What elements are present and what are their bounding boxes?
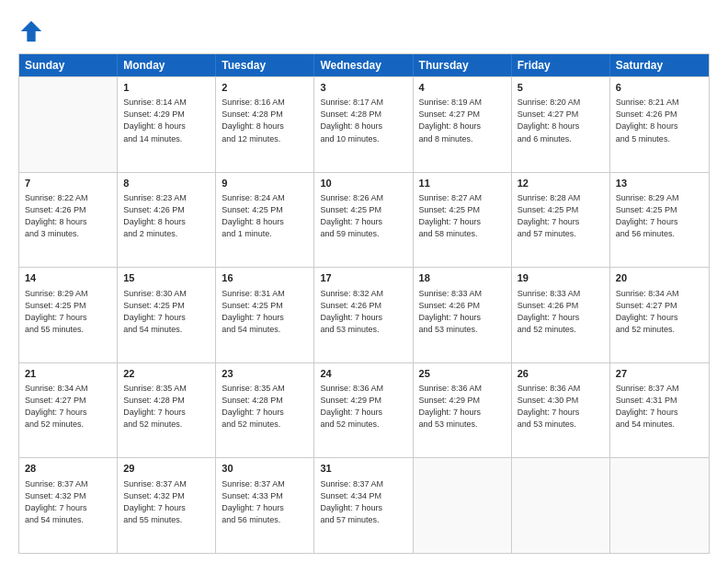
cell-info: Sunrise: 8:37 AMSunset: 4:31 PMDaylight:…	[616, 383, 703, 431]
week-row-5: 28Sunrise: 8:37 AMSunset: 4:32 PMDayligh…	[19, 457, 709, 553]
day-number: 6	[616, 81, 703, 95]
cal-cell-w3-d2: 15Sunrise: 8:30 AMSunset: 4:25 PMDayligh…	[118, 268, 216, 362]
cell-info: Sunrise: 8:35 AMSunset: 4:28 PMDaylight:…	[222, 383, 308, 431]
week-row-4: 21Sunrise: 8:34 AMSunset: 4:27 PMDayligh…	[19, 362, 709, 458]
day-number: 10	[320, 177, 406, 190]
cell-info: Sunrise: 8:33 AMSunset: 4:26 PMDaylight:…	[419, 288, 506, 336]
cell-info: Sunrise: 8:16 AMSunset: 4:28 PMDaylight:…	[222, 97, 308, 144]
cal-cell-w2-d5: 11Sunrise: 8:27 AMSunset: 4:25 PMDayligh…	[414, 173, 512, 268]
day-number: 15	[123, 271, 210, 285]
cal-cell-w2-d4: 10Sunrise: 8:26 AMSunset: 4:25 PMDayligh…	[314, 173, 413, 268]
cal-cell-w3-d5: 18Sunrise: 8:33 AMSunset: 4:26 PMDayligh…	[414, 268, 512, 362]
cal-cell-w5-d3: 30Sunrise: 8:37 AMSunset: 4:33 PMDayligh…	[216, 458, 314, 553]
day-number: 4	[419, 81, 506, 95]
cell-info: Sunrise: 8:24 AMSunset: 4:25 PMDaylight:…	[222, 192, 308, 240]
cell-info: Sunrise: 8:32 AMSunset: 4:26 PMDaylight:…	[320, 288, 406, 336]
cal-cell-w1-d6: 5Sunrise: 8:20 AMSunset: 4:27 PMDaylight…	[512, 77, 610, 172]
header	[18, 18, 710, 44]
day-number: 3	[320, 81, 406, 95]
cell-info: Sunrise: 8:27 AMSunset: 4:25 PMDaylight:…	[419, 192, 506, 240]
svg-marker-0	[21, 21, 41, 41]
day-number: 8	[123, 177, 210, 190]
day-number: 26	[518, 367, 604, 381]
cal-cell-w1-d5: 4Sunrise: 8:19 AMSunset: 4:27 PMDaylight…	[414, 77, 512, 172]
cell-info: Sunrise: 8:23 AMSunset: 4:26 PMDaylight:…	[123, 192, 210, 240]
day-number: 16	[222, 271, 308, 285]
header-day-saturday: Saturday	[610, 54, 709, 76]
cal-cell-w2-d7: 13Sunrise: 8:29 AMSunset: 4:25 PMDayligh…	[610, 173, 709, 268]
cal-cell-w5-d4: 31Sunrise: 8:37 AMSunset: 4:34 PMDayligh…	[314, 458, 413, 553]
day-number: 13	[616, 177, 703, 190]
cell-info: Sunrise: 8:34 AMSunset: 4:27 PMDaylight:…	[616, 288, 703, 336]
cell-info: Sunrise: 8:35 AMSunset: 4:28 PMDaylight:…	[123, 383, 210, 431]
cal-cell-w2-d1: 7Sunrise: 8:22 AMSunset: 4:26 PMDaylight…	[19, 173, 118, 268]
day-number: 11	[419, 177, 506, 190]
calendar-header: SundayMondayTuesdayWednesdayThursdayFrid…	[19, 54, 709, 76]
day-number: 5	[518, 81, 604, 95]
cal-cell-w4-d3: 23Sunrise: 8:35 AMSunset: 4:28 PMDayligh…	[216, 363, 314, 458]
day-number: 23	[222, 367, 308, 381]
cell-info: Sunrise: 8:29 AMSunset: 4:25 PMDaylight:…	[25, 288, 111, 336]
day-number: 31	[320, 462, 406, 476]
calendar-body: 1Sunrise: 8:14 AMSunset: 4:29 PMDaylight…	[19, 76, 709, 553]
cell-info: Sunrise: 8:19 AMSunset: 4:27 PMDaylight:…	[419, 97, 506, 144]
cell-info: Sunrise: 8:34 AMSunset: 4:27 PMDaylight:…	[25, 383, 111, 431]
day-number: 22	[123, 367, 210, 381]
cal-cell-w5-d5	[414, 458, 512, 553]
day-number: 14	[25, 271, 111, 285]
cal-cell-w1-d2: 1Sunrise: 8:14 AMSunset: 4:29 PMDaylight…	[118, 77, 216, 172]
day-number: 18	[419, 271, 506, 285]
cal-cell-w4-d5: 25Sunrise: 8:36 AMSunset: 4:29 PMDayligh…	[414, 363, 512, 458]
cell-info: Sunrise: 8:30 AMSunset: 4:25 PMDaylight:…	[123, 288, 210, 336]
cal-cell-w1-d7: 6Sunrise: 8:21 AMSunset: 4:26 PMDaylight…	[610, 77, 709, 172]
day-number: 29	[123, 462, 210, 476]
cal-cell-w4-d7: 27Sunrise: 8:37 AMSunset: 4:31 PMDayligh…	[610, 363, 709, 458]
cell-info: Sunrise: 8:29 AMSunset: 4:25 PMDaylight:…	[616, 192, 703, 240]
page: SundayMondayTuesdayWednesdayThursdayFrid…	[0, 0, 728, 563]
cell-info: Sunrise: 8:33 AMSunset: 4:26 PMDaylight:…	[518, 288, 604, 336]
day-number: 25	[419, 367, 506, 381]
day-number: 21	[25, 367, 111, 381]
cell-info: Sunrise: 8:17 AMSunset: 4:28 PMDaylight:…	[320, 97, 406, 144]
day-number: 7	[25, 177, 111, 190]
cal-cell-w3-d3: 16Sunrise: 8:31 AMSunset: 4:25 PMDayligh…	[216, 268, 314, 362]
day-number: 24	[320, 367, 406, 381]
cal-cell-w4-d2: 22Sunrise: 8:35 AMSunset: 4:28 PMDayligh…	[118, 363, 216, 458]
cal-cell-w5-d6	[512, 458, 610, 553]
cal-cell-w2-d6: 12Sunrise: 8:28 AMSunset: 4:25 PMDayligh…	[512, 173, 610, 268]
cell-info: Sunrise: 8:36 AMSunset: 4:29 PMDaylight:…	[320, 383, 406, 431]
cell-info: Sunrise: 8:37 AMSunset: 4:34 PMDaylight:…	[320, 478, 406, 526]
cell-info: Sunrise: 8:26 AMSunset: 4:25 PMDaylight:…	[320, 192, 406, 240]
header-day-sunday: Sunday	[19, 54, 118, 76]
cell-info: Sunrise: 8:20 AMSunset: 4:27 PMDaylight:…	[518, 97, 604, 144]
cal-cell-w4-d4: 24Sunrise: 8:36 AMSunset: 4:29 PMDayligh…	[314, 363, 413, 458]
cell-info: Sunrise: 8:14 AMSunset: 4:29 PMDaylight:…	[123, 97, 210, 144]
day-number: 28	[25, 462, 111, 476]
logo	[18, 18, 48, 44]
header-day-thursday: Thursday	[414, 54, 512, 76]
cell-info: Sunrise: 8:37 AMSunset: 4:32 PMDaylight:…	[25, 478, 111, 526]
cal-cell-w5-d7	[610, 458, 709, 553]
cal-cell-w1-d3: 2Sunrise: 8:16 AMSunset: 4:28 PMDaylight…	[216, 77, 314, 172]
day-number: 17	[320, 271, 406, 285]
day-number: 1	[123, 81, 210, 95]
cal-cell-w5-d1: 28Sunrise: 8:37 AMSunset: 4:32 PMDayligh…	[19, 458, 118, 553]
cell-info: Sunrise: 8:36 AMSunset: 4:30 PMDaylight:…	[518, 383, 604, 431]
cal-cell-w4-d6: 26Sunrise: 8:36 AMSunset: 4:30 PMDayligh…	[512, 363, 610, 458]
cell-info: Sunrise: 8:37 AMSunset: 4:32 PMDaylight:…	[123, 478, 210, 526]
logo-icon	[18, 18, 44, 44]
cal-cell-w1-d1	[19, 77, 118, 172]
calendar: SundayMondayTuesdayWednesdayThursdayFrid…	[18, 53, 710, 554]
cal-cell-w3-d6: 19Sunrise: 8:33 AMSunset: 4:26 PMDayligh…	[512, 268, 610, 362]
cal-cell-w1-d4: 3Sunrise: 8:17 AMSunset: 4:28 PMDaylight…	[314, 77, 413, 172]
week-row-3: 14Sunrise: 8:29 AMSunset: 4:25 PMDayligh…	[19, 267, 709, 362]
day-number: 30	[222, 462, 308, 476]
cal-cell-w5-d2: 29Sunrise: 8:37 AMSunset: 4:32 PMDayligh…	[118, 458, 216, 553]
header-day-tuesday: Tuesday	[216, 54, 314, 76]
day-number: 9	[222, 177, 308, 190]
cal-cell-w2-d3: 9Sunrise: 8:24 AMSunset: 4:25 PMDaylight…	[216, 173, 314, 268]
cal-cell-w4-d1: 21Sunrise: 8:34 AMSunset: 4:27 PMDayligh…	[19, 363, 118, 458]
cell-info: Sunrise: 8:31 AMSunset: 4:25 PMDaylight:…	[222, 288, 308, 336]
cell-info: Sunrise: 8:21 AMSunset: 4:26 PMDaylight:…	[616, 97, 703, 144]
day-number: 27	[616, 367, 703, 381]
